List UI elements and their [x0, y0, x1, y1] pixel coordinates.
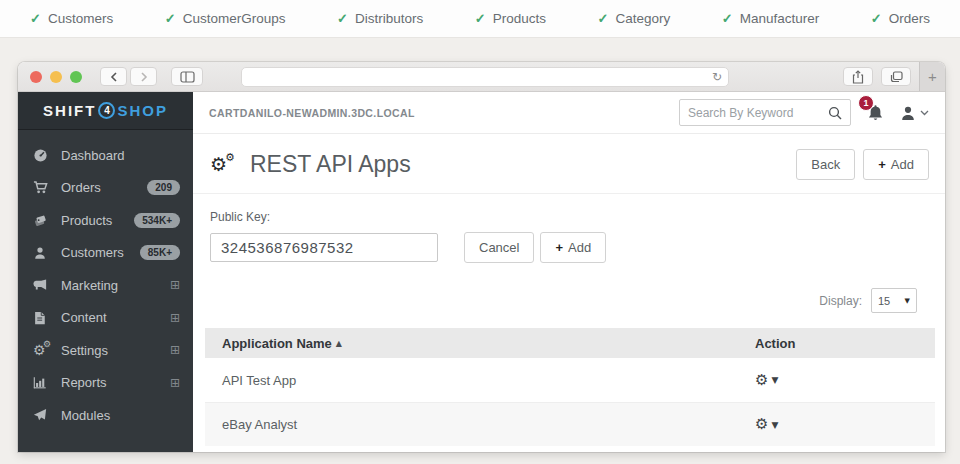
- shift4shop-logo[interactable]: SHIFT 4 SHOP: [18, 92, 193, 130]
- expand-icon[interactable]: ⊞: [170, 312, 180, 324]
- person-icon: [33, 246, 51, 260]
- keyword-search: [679, 99, 851, 126]
- sidebar-item-orders[interactable]: Orders 209: [18, 172, 193, 205]
- row-action-menu-button[interactable]: ⚙ ▼: [755, 373, 935, 388]
- minimize-button[interactable]: [50, 71, 62, 83]
- search-input[interactable]: [688, 106, 828, 120]
- sidebar-item-settings[interactable]: ⚙ ⚙ Settings ⊞: [18, 334, 193, 367]
- setup-item-distributors: ✓Distributors: [337, 11, 423, 26]
- address-bar[interactable]: ↻: [241, 67, 729, 87]
- check-icon: ✓: [475, 11, 486, 26]
- reload-icon[interactable]: ↻: [712, 71, 722, 83]
- plus-icon: +: [878, 157, 886, 172]
- header-add-button[interactable]: +Add: [863, 149, 929, 180]
- search-icon[interactable]: [828, 106, 842, 120]
- sidebar-item-label: Reports: [61, 375, 170, 390]
- rocket-icon: [33, 408, 51, 422]
- form-add-button[interactable]: +Add: [540, 232, 606, 263]
- tabs-icon: [890, 71, 903, 83]
- sidebar-item-marketing[interactable]: Marketing ⊞: [18, 269, 193, 302]
- orders-count-badge: 209: [147, 180, 180, 195]
- new-tab-button[interactable]: +: [919, 62, 945, 91]
- display-count-control: Display: 15 ▼: [193, 288, 945, 313]
- account-menu-button[interactable]: [900, 105, 929, 121]
- api-apps-table: Application Name ▲ Action API Test App ⚙…: [205, 328, 935, 446]
- setup-item-customers: ✓Customers: [30, 11, 113, 26]
- logo-badge-4: 4: [98, 102, 115, 119]
- setup-progress-bar: ✓Customers ✓CustomerGroups ✓Distributors…: [0, 0, 960, 38]
- megaphone-icon: [33, 278, 51, 293]
- check-icon: ✓: [871, 11, 882, 26]
- close-button[interactable]: [30, 71, 42, 83]
- page-title: REST API Apps: [250, 151, 796, 178]
- public-key-input[interactable]: [210, 233, 438, 262]
- page-body: Public Key: Cancel +Add Display: 15 ▼: [193, 194, 945, 452]
- back-nav-button[interactable]: [100, 67, 127, 86]
- sidebar-item-label: Dashboard: [61, 148, 180, 163]
- sidebar-item-label: Marketing: [61, 278, 170, 293]
- sidebar-item-customers[interactable]: Customers 85K+: [18, 237, 193, 270]
- sidebar-item-reports[interactable]: Reports ⊞: [18, 367, 193, 400]
- main-content: CARTDANILO-NEWADMIN.3DC.LOCAL 1 ⚙: [193, 92, 945, 452]
- logo-word-shop: SHOP: [117, 102, 168, 119]
- plus-icon: +: [555, 240, 563, 255]
- column-action: Action: [755, 336, 935, 351]
- column-application-name[interactable]: Application Name ▲: [222, 336, 755, 351]
- nav-buttons: [100, 67, 157, 86]
- forward-nav-button[interactable]: [130, 67, 157, 86]
- expand-icon[interactable]: ⊞: [170, 279, 180, 291]
- caret-down-icon: ▼: [771, 420, 778, 430]
- sidebar-item-content[interactable]: Content ⊞: [18, 302, 193, 335]
- sidebar-item-label: Customers: [61, 245, 140, 260]
- browser-window: ↻ + SHIFT 4 SHOP: [18, 62, 945, 452]
- display-count-select[interactable]: 15 ▼: [871, 288, 917, 313]
- caret-down-icon: ▼: [771, 375, 778, 385]
- admin-app: SHIFT 4 SHOP Dashboard Orders 209: [18, 92, 945, 452]
- logo-word-shift: SHIFT: [43, 102, 96, 119]
- sidebar-toggle-button[interactable]: [171, 67, 203, 86]
- gear-icon: ⚙: [755, 373, 768, 388]
- cancel-button[interactable]: Cancel: [464, 232, 534, 263]
- sort-asc-icon: ▲: [336, 339, 342, 348]
- setup-item-label: Manufacturer: [740, 11, 820, 26]
- sidebar-menu: Dashboard Orders 209 Products 534K+: [18, 130, 193, 432]
- tabs-overview-button[interactable]: [881, 67, 911, 86]
- table-row: API Test App ⚙ ▼: [205, 358, 935, 402]
- check-icon: ✓: [337, 11, 348, 26]
- setup-item-manufacturer: ✓Manufacturer: [722, 11, 819, 26]
- admin-top-bar: CARTDANILO-NEWADMIN.3DC.LOCAL 1: [193, 92, 945, 134]
- sidebar-item-products[interactable]: Products 534K+: [18, 204, 193, 237]
- check-icon: ✓: [165, 11, 176, 26]
- sidebar: SHIFT 4 SHOP Dashboard Orders 209: [18, 92, 193, 452]
- dashboard-icon: [33, 148, 51, 163]
- document-icon: [33, 311, 51, 325]
- sidebar-item-modules[interactable]: Modules: [18, 399, 193, 432]
- rest-api-apps-icon: ⚙ ⚙: [210, 152, 240, 178]
- setup-item-label: Customers: [48, 11, 113, 26]
- setup-item-label: Category: [615, 11, 670, 26]
- sidebar-item-label: Modules: [61, 408, 180, 423]
- row-action-menu-button[interactable]: ⚙ ▼: [755, 417, 935, 432]
- expand-icon[interactable]: ⊞: [170, 344, 180, 356]
- bar-chart-icon: [33, 376, 51, 390]
- back-button[interactable]: Back: [796, 149, 855, 180]
- app-name-cell: eBay Analyst: [222, 417, 755, 432]
- setup-item-customergroups: ✓CustomerGroups: [165, 11, 286, 26]
- chrome-right-buttons: [843, 67, 911, 86]
- chevron-down-icon: [920, 110, 929, 116]
- setup-item-label: CustomerGroups: [183, 11, 286, 26]
- customers-count-badge: 85K+: [140, 245, 180, 260]
- public-key-label: Public Key:: [210, 210, 929, 224]
- expand-icon[interactable]: ⊞: [170, 377, 180, 389]
- setup-item-category: ✓Category: [597, 11, 670, 26]
- chevron-right-icon: [140, 72, 148, 82]
- share-button[interactable]: [843, 67, 873, 86]
- notifications-button[interactable]: 1: [867, 104, 884, 122]
- sidebar-item-dashboard[interactable]: Dashboard: [18, 139, 193, 172]
- notification-count-badge: 1: [858, 95, 874, 111]
- sidebar-item-label: Orders: [61, 180, 147, 195]
- sidebar-item-label: Products: [61, 213, 134, 228]
- check-icon: ✓: [722, 11, 733, 26]
- zoom-button[interactable]: [70, 71, 82, 83]
- gears-icon: ⚙ ⚙: [33, 343, 51, 357]
